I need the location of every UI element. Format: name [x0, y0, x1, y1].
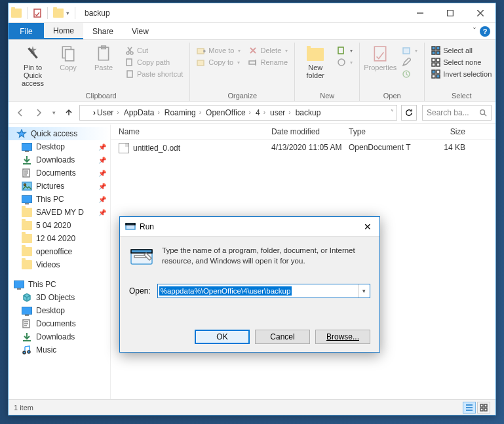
sidebar-item-documents2[interactable]: Documents	[9, 317, 110, 330]
run-browse-button[interactable]: Browse...	[315, 330, 370, 344]
sidebar-item-documents[interactable]: Documents📌	[9, 166, 110, 180]
sidebar-item-folder2[interactable]: 12 04 2020	[9, 232, 110, 245]
column-name[interactable]: Name	[111, 127, 271, 136]
breadcrumb-segment[interactable]: AppData›	[124, 108, 163, 117]
svg-rect-13	[338, 47, 343, 54]
sidebar-item-downloads[interactable]: Downloads📌	[9, 153, 110, 166]
properties-qat-icon[interactable]	[33, 9, 42, 18]
new-folder-qat-icon[interactable]	[53, 9, 64, 18]
minimize-button[interactable]	[405, 3, 435, 23]
sidebar-item-folder1[interactable]: 5 04 2020	[9, 219, 110, 232]
svg-rect-26	[432, 70, 435, 73]
edit-button[interactable]	[399, 57, 420, 67]
pin-icon: 📌	[98, 196, 106, 203]
address-dropdown-icon[interactable]: ˅	[391, 109, 394, 116]
copy-to-button[interactable]: Copy to▾	[194, 57, 243, 67]
select-none-button[interactable]: Select none	[429, 57, 494, 67]
sidebar-item-desktop[interactable]: Desktop📌	[9, 140, 110, 153]
app-icon	[11, 9, 22, 18]
sidebar-item-saved[interactable]: SAVED MY D📌	[9, 206, 110, 219]
column-size[interactable]: Size	[426, 127, 473, 136]
new-folder-button[interactable]: New folder	[299, 45, 332, 79]
folder-icon	[22, 208, 32, 217]
open-button[interactable]: ▾	[399, 45, 420, 56]
svg-rect-22	[432, 58, 435, 62]
easy-access-button[interactable]: ▾	[334, 57, 355, 67]
column-date[interactable]: Date modified	[271, 127, 349, 136]
svg-point-30	[480, 109, 485, 114]
sidebar-item-downloads2[interactable]: Downloads	[9, 330, 110, 343]
downloads-icon	[22, 155, 32, 164]
sidebar-item-thispc-qa[interactable]: This PC📌	[9, 193, 110, 206]
icons-view-button[interactable]	[477, 402, 490, 414]
properties-button[interactable]: Properties	[364, 45, 397, 71]
column-type[interactable]: Type	[349, 127, 426, 136]
sidebar-item-music[interactable]: Music	[9, 343, 110, 357]
recent-locations-button[interactable]: ▾	[49, 105, 58, 121]
svg-point-14	[338, 59, 345, 66]
breadcrumb-segment[interactable]: OpenOffice›	[206, 108, 254, 117]
pin-icon: 📌	[98, 170, 106, 177]
svg-rect-44	[131, 250, 152, 253]
svg-rect-39	[480, 408, 483, 411]
file-tab[interactable]: File	[9, 23, 44, 39]
invert-selection-button[interactable]: Invert selection	[429, 69, 494, 79]
maximize-button[interactable]	[435, 3, 465, 23]
sidebar-item-3dobjects[interactable]: 3D Objects	[9, 291, 110, 304]
sidebar-item-pictures[interactable]: Pictures📌	[9, 180, 110, 193]
paste-shortcut-button[interactable]: Paste shortcut	[123, 69, 185, 79]
move-to-button[interactable]: Move to▾	[194, 45, 243, 56]
svg-rect-27	[436, 70, 440, 73]
run-open-input[interactable]: %appdata%\OpenOffice\4\user\backup ▾	[157, 284, 370, 298]
documents-icon	[22, 319, 32, 328]
forward-button[interactable]	[31, 105, 47, 121]
run-cancel-button[interactable]: Cancel	[255, 330, 310, 344]
svg-rect-16	[403, 48, 410, 54]
run-title-text: Run	[140, 222, 154, 231]
svg-rect-1	[448, 10, 454, 16]
breadcrumb-segment[interactable]: Roaming›	[165, 108, 204, 117]
svg-rect-21	[436, 51, 440, 54]
select-all-button[interactable]: Select all	[429, 45, 494, 56]
help-icon[interactable]: ?	[480, 26, 490, 37]
tab-share[interactable]: Share	[83, 23, 123, 39]
copy-path-button[interactable]: Copy path	[123, 57, 185, 67]
breadcrumb-segment[interactable]: 4›	[256, 108, 269, 117]
pin-to-quick-access-button[interactable]: Pin to Quick access	[16, 45, 49, 87]
sidebar-item-desktop2[interactable]: Desktop	[9, 304, 110, 317]
tab-home[interactable]: Home	[44, 23, 83, 39]
run-ok-button[interactable]: OK	[195, 330, 250, 344]
cut-button[interactable]: Cut	[123, 45, 185, 56]
breadcrumb-segment[interactable]: backup	[296, 108, 321, 117]
tab-view[interactable]: View	[123, 23, 158, 39]
refresh-button[interactable]	[401, 105, 417, 121]
back-button[interactable]	[12, 105, 28, 121]
column-headers: Name Date modified Type Size	[111, 125, 495, 140]
paste-button[interactable]: Paste	[87, 45, 120, 71]
svg-point-7	[130, 52, 133, 54]
rename-button[interactable]: Rename	[246, 57, 290, 67]
search-input[interactable]: Search ba...	[422, 105, 492, 121]
details-view-button[interactable]	[463, 402, 476, 414]
address-bar[interactable]: › User› AppData› Roaming› OpenOffice› 4›…	[79, 105, 397, 121]
svg-rect-3	[66, 50, 74, 61]
breadcrumb-segment[interactable]: user›	[270, 108, 294, 117]
file-row[interactable]: untitled_0.odt 4/13/2020 11:05 AM OpenDo…	[111, 140, 495, 157]
sidebar-item-videos[interactable]: Videos	[9, 258, 110, 271]
up-button[interactable]	[61, 105, 77, 121]
run-open-label: Open:	[129, 286, 151, 296]
sidebar-item-openoffice[interactable]: openoffice	[9, 245, 110, 258]
copy-button[interactable]: Copy	[52, 45, 85, 71]
run-close-button[interactable]: ✕	[361, 222, 374, 232]
run-dialog: Run ✕ Type the name of a program, folder…	[119, 216, 380, 353]
sidebar-quick-access[interactable]: Quick access	[9, 127, 110, 140]
delete-button[interactable]: Delete▾	[246, 45, 290, 56]
history-button[interactable]	[399, 69, 420, 79]
close-button[interactable]	[465, 3, 495, 23]
collapse-ribbon-icon[interactable]: ˇ	[473, 27, 476, 36]
folder-icon	[83, 109, 92, 117]
dropdown-icon[interactable]: ▾	[358, 284, 370, 298]
new-item-button[interactable]: ▾	[334, 45, 355, 56]
sidebar-this-pc[interactable]: This PC	[9, 278, 110, 291]
breadcrumb-segment[interactable]: User›	[97, 108, 123, 117]
